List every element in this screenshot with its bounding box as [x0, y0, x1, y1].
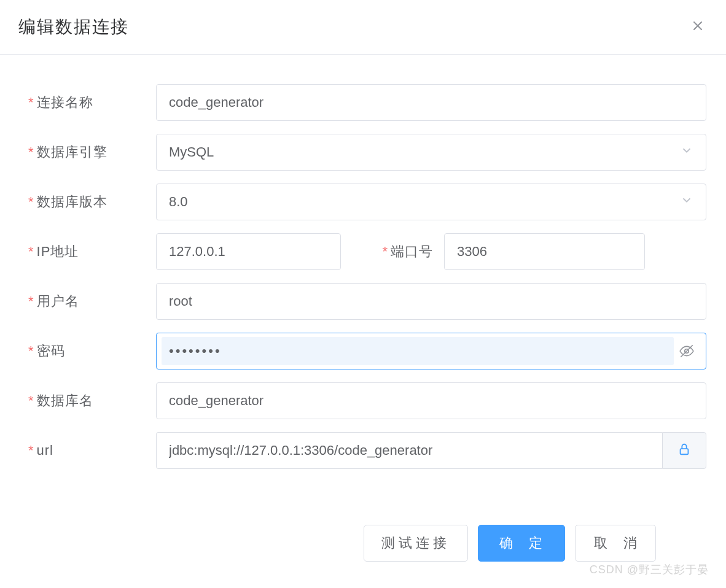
row-ip-port: *IP地址 *端口号: [28, 233, 706, 270]
test-connection-button[interactable]: 测试连接: [364, 525, 468, 562]
row-db-engine: *数据库引擎 MySQL: [28, 134, 706, 171]
db-name-input[interactable]: [156, 382, 706, 419]
db-version-value: 8.0: [169, 194, 188, 210]
cancel-button[interactable]: 取 消: [575, 525, 656, 562]
row-db-version: *数据库版本 8.0: [28, 184, 706, 220]
db-version-select[interactable]: 8.0: [156, 184, 706, 220]
form-body: *连接名称 *数据库引擎 MySQL *数据库版本 8.0 *IP地址 *端口号…: [0, 55, 726, 469]
row-url: *url: [28, 432, 706, 469]
label-db-version: *数据库版本: [28, 193, 156, 211]
close-icon[interactable]: [688, 16, 708, 39]
row-db-name: *数据库名: [28, 382, 706, 419]
url-lock-button[interactable]: [662, 432, 706, 469]
watermark: CSDN @野三关彭于晏: [590, 562, 709, 577]
label-db-engine: *数据库引擎: [28, 143, 156, 161]
username-input[interactable]: [156, 283, 706, 320]
url-input[interactable]: [156, 432, 662, 469]
row-connection-name: *连接名称: [28, 84, 706, 121]
chevron-down-icon: [680, 144, 693, 161]
password-field[interactable]: [156, 333, 706, 369]
port-input[interactable]: [444, 233, 645, 270]
eye-off-icon[interactable]: [679, 343, 695, 359]
row-username: *用户名: [28, 283, 706, 320]
password-input[interactable]: [162, 337, 674, 365]
svg-rect-2: [681, 449, 689, 454]
label-ip: *IP地址: [28, 242, 156, 261]
lock-icon: [677, 443, 691, 459]
row-password: *密码: [28, 333, 706, 369]
label-db-name: *数据库名: [28, 392, 156, 410]
label-password: *密码: [28, 342, 156, 360]
label-url: *url: [28, 443, 156, 458]
label-username: *用户名: [28, 292, 156, 311]
modal-header: 编辑数据连接: [0, 0, 726, 55]
confirm-button[interactable]: 确 定: [478, 525, 565, 562]
db-engine-select[interactable]: MySQL: [156, 134, 706, 171]
label-port: *端口号: [341, 242, 444, 261]
chevron-down-icon: [680, 193, 693, 211]
ip-input[interactable]: [156, 233, 341, 270]
db-engine-value: MySQL: [169, 144, 214, 160]
connection-name-input[interactable]: [156, 84, 706, 121]
label-connection-name: *连接名称: [28, 93, 156, 112]
modal-title: 编辑数据连接: [18, 15, 129, 39]
